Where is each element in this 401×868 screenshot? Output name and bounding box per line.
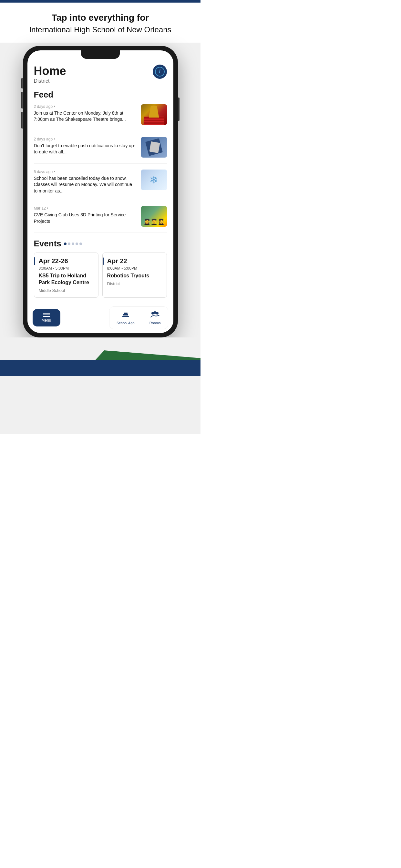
phone-image bbox=[141, 137, 167, 158]
side-volume-down bbox=[21, 92, 23, 108]
event-location: Middle School bbox=[39, 288, 94, 293]
hero-title: Tap into everything for bbox=[13, 12, 188, 23]
events-header: Events bbox=[34, 239, 167, 249]
feed-item-meta: 2 days ago • bbox=[34, 104, 137, 109]
side-power bbox=[178, 97, 180, 121]
feed-item-text: 5 days ago • School has been cancelled t… bbox=[34, 169, 137, 194]
school-app-svg bbox=[121, 311, 130, 320]
theater-image bbox=[141, 104, 167, 125]
event-date: Apr 22-26 bbox=[39, 257, 94, 265]
event-time: 8:00AM - 5:00PM bbox=[107, 266, 162, 271]
feed-item-text: 2 days ago • Join us at The Center on Mo… bbox=[34, 104, 137, 123]
students-image bbox=[141, 206, 167, 227]
feed-item-thumb bbox=[141, 206, 167, 227]
school-app-tab[interactable]: School App bbox=[110, 307, 142, 329]
dot-4[interactable] bbox=[75, 243, 78, 245]
feed-item-body: School has been cancelled today due to s… bbox=[34, 175, 137, 194]
top-bar bbox=[0, 0, 201, 3]
svg-point-3 bbox=[151, 312, 154, 314]
dot-3[interactable] bbox=[72, 243, 74, 245]
bottom-nav: Menu bbox=[27, 303, 174, 333]
hero-section: Tap into everything for International Hi… bbox=[0, 3, 201, 337]
svg-point-5 bbox=[156, 312, 158, 314]
feed-item-thumb bbox=[141, 137, 167, 158]
dot-2[interactable] bbox=[68, 243, 70, 245]
event-name: Robotics Tryouts bbox=[107, 273, 162, 279]
event-name: KS5 Trip to Holland Park Ecology Centre bbox=[39, 273, 94, 286]
hero-content: Tap into everything for International Hi… bbox=[0, 3, 201, 42]
rooms-icon bbox=[150, 311, 159, 320]
feed-item-body: Don't forget to enable push notification… bbox=[34, 143, 137, 155]
feed-item-meta: Mar 12 • bbox=[34, 206, 137, 211]
rooms-label: Rooms bbox=[150, 321, 161, 325]
rooms-tab[interactable]: Rooms bbox=[143, 307, 168, 329]
events-cards: Apr 22-26 8:00AM - 5:00PM KS5 Trip to Ho… bbox=[34, 252, 167, 298]
home-title: Home bbox=[34, 65, 66, 78]
school-app-label: School App bbox=[117, 321, 135, 325]
feed-item-thumb bbox=[141, 104, 167, 125]
blue-bar bbox=[0, 360, 201, 376]
events-dots bbox=[64, 243, 82, 245]
menu-button[interactable]: Menu bbox=[33, 309, 60, 327]
event-card-1[interactable]: Apr 22-26 8:00AM - 5:00PM KS5 Trip to Ho… bbox=[34, 252, 98, 298]
screen-content: Home District i Feed bbox=[27, 51, 174, 298]
feed-section-title: Feed bbox=[34, 90, 167, 100]
rooms-svg bbox=[150, 311, 159, 318]
snow-image bbox=[141, 169, 167, 190]
hamburger-icon bbox=[43, 313, 50, 317]
feed-item[interactable]: 2 days ago • Don't forget to enable push… bbox=[34, 137, 167, 164]
home-subtitle: District bbox=[34, 78, 66, 84]
feed-item[interactable]: Mar 12 • CVE Giving Club Uses 3D Printin… bbox=[34, 206, 167, 233]
phone-wrapper: Home District i Feed bbox=[0, 42, 201, 337]
full-page: Tap into everything for International Hi… bbox=[0, 0, 201, 434]
hero-subtitle: International High School of New Orleans bbox=[13, 25, 188, 35]
side-volume-up bbox=[21, 78, 23, 89]
hamburger-line-2 bbox=[43, 314, 50, 315]
events-section-title: Events bbox=[34, 239, 61, 249]
feed-item-text: 2 days ago • Don't forget to enable push… bbox=[34, 137, 137, 155]
info-button[interactable]: i bbox=[153, 65, 167, 79]
feed-item[interactable]: 2 days ago • Join us at The Center on Mo… bbox=[34, 104, 167, 131]
feed-item-body: Join us at The Center on Monday, July 8t… bbox=[34, 110, 137, 123]
feed-item-body: CVE Giving Club Uses 3D Printing for Ser… bbox=[34, 212, 137, 224]
feed-item-thumb bbox=[141, 169, 167, 190]
school-app-icon bbox=[121, 311, 130, 320]
home-header: Home District i bbox=[34, 65, 167, 84]
feed-item[interactable]: 5 days ago • School has been cancelled t… bbox=[34, 169, 167, 200]
event-location: District bbox=[107, 281, 162, 286]
event-date: Apr 22 bbox=[107, 257, 162, 265]
feed-item-meta: 2 days ago • bbox=[34, 137, 137, 142]
home-title-group: Home District bbox=[34, 65, 66, 84]
svg-point-4 bbox=[154, 311, 156, 314]
hamburger-line-1 bbox=[43, 313, 50, 314]
svg-rect-1 bbox=[123, 314, 128, 315]
hamburger-line-3 bbox=[43, 316, 50, 317]
dot-5[interactable] bbox=[80, 243, 82, 245]
background-bottom bbox=[0, 337, 201, 376]
phone-notch bbox=[81, 51, 120, 59]
svg-rect-2 bbox=[124, 313, 127, 314]
svg-rect-0 bbox=[122, 316, 129, 317]
side-mute bbox=[21, 112, 23, 128]
menu-label: Menu bbox=[42, 318, 51, 322]
feed-item-meta: 5 days ago • bbox=[34, 169, 137, 174]
phone-screen: Home District i Feed bbox=[27, 51, 174, 333]
phone-frame: Home District i Feed bbox=[23, 46, 178, 337]
nav-right-group: School App bbox=[109, 306, 168, 329]
feed-item-text: Mar 12 • CVE Giving Club Uses 3D Printin… bbox=[34, 206, 137, 224]
event-card-2[interactable]: Apr 22 8:00AM - 5:00PM Robotics Tryouts … bbox=[102, 252, 167, 298]
event-time: 8:00AM - 5:00PM bbox=[39, 266, 94, 271]
info-icon: i bbox=[155, 67, 165, 76]
dot-1[interactable] bbox=[64, 243, 66, 245]
